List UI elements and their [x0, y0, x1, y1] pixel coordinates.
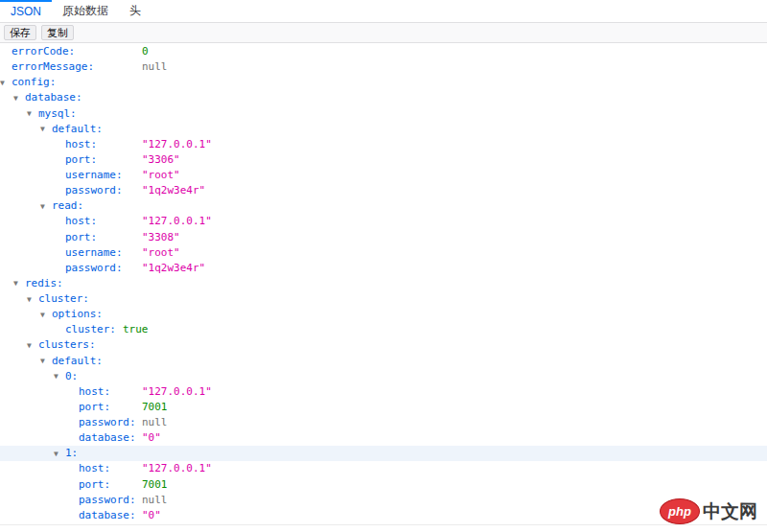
twisty-expanded-icon[interactable]: ▼ [27, 106, 38, 122]
tree-row[interactable]: ▼0: [0, 369, 767, 384]
twisty-expanded-icon[interactable]: ▼ [54, 369, 65, 384]
property-name: cluster: [38, 292, 89, 305]
tree-row[interactable]: host:"127.0.0.1" [0, 384, 767, 400]
tree-row[interactable]: password:"1q2w3e4r" [0, 261, 767, 276]
twisty-expanded-icon[interactable]: ▼ [40, 199, 52, 215]
tree-row[interactable]: port:7001 [0, 477, 767, 493]
tree-row[interactable]: cluster:true [0, 322, 767, 337]
tree-row[interactable]: ▼redis: [0, 276, 767, 291]
property-name: port: [65, 153, 97, 166]
property-value: null [142, 493, 168, 508]
tree-row[interactable]: port:"3306" [0, 152, 767, 168]
tree-row[interactable]: ▼mysql: [0, 106, 767, 122]
toolbar: 保存 复制 [0, 23, 767, 43]
property-name: clusters: [38, 338, 96, 351]
tree-row[interactable]: errorCode:0 [0, 44, 767, 59]
tree-row[interactable]: host:"127.0.0.1" [0, 461, 767, 476]
bottom-divider [0, 524, 767, 525]
property-name: mysql: [38, 107, 77, 120]
property-value: "1q2w3e4r" [142, 183, 205, 198]
property-name: password: [79, 416, 136, 428]
property-name: cluster: [65, 323, 116, 335]
tree-row[interactable]: port:"3308" [0, 230, 767, 245]
twisty-expanded-icon[interactable]: ▼ [27, 338, 38, 354]
property-value: "root" [142, 245, 180, 261]
twisty-expanded-icon[interactable]: ▼ [0, 76, 12, 91]
property-value: "3306" [142, 152, 180, 168]
tree-row[interactable]: password:null [0, 415, 767, 430]
tree-row[interactable]: username:"root" [0, 168, 767, 183]
property-value: "127.0.0.1" [142, 384, 212, 400]
property-name: config: [12, 76, 56, 88]
watermark-logo: php 中文网 [660, 498, 757, 524]
tree-row[interactable]: errorMessage:null [0, 59, 767, 75]
property-name: errorCode: [12, 45, 75, 58]
tab-raw-data[interactable]: 原始数据 [52, 0, 119, 22]
property-name: default: [52, 123, 103, 135]
tab-raw-data-label: 原始数据 [62, 3, 108, 19]
tab-headers-label: 头 [129, 3, 141, 19]
twisty-expanded-icon[interactable]: ▼ [40, 122, 52, 137]
copy-button[interactable]: 复制 [41, 25, 74, 40]
tree-row[interactable]: ▼database: [0, 90, 767, 105]
property-name: database: [25, 91, 82, 104]
property-name: host: [65, 215, 97, 227]
tree-row[interactable]: ▼read: [0, 198, 767, 214]
property-name: database: [79, 509, 136, 521]
property-name: port: [79, 478, 110, 491]
property-value: "127.0.0.1" [142, 214, 212, 229]
tree-row[interactable]: password:null [0, 493, 767, 508]
tree-row[interactable]: ▼default: [0, 354, 767, 369]
property-name: redis: [25, 277, 63, 289]
watermark-site-text: 中文网 [703, 499, 757, 524]
property-value: 0 [142, 44, 149, 59]
tree-row[interactable]: ▼default: [0, 122, 767, 137]
twisty-expanded-icon[interactable]: ▼ [13, 91, 25, 106]
tree-row[interactable]: password:"1q2w3e4r" [0, 183, 767, 198]
property-name: default: [52, 355, 103, 367]
tree-row[interactable]: database:"0" [0, 508, 767, 523]
tree-row[interactable]: username:"root" [0, 245, 767, 261]
twisty-expanded-icon[interactable]: ▼ [40, 354, 52, 369]
property-name: password: [65, 184, 123, 197]
save-button[interactable]: 保存 [4, 25, 36, 40]
property-name: port: [79, 401, 110, 413]
tab-headers[interactable]: 头 [119, 0, 151, 22]
json-viewer-panel: JSON 原始数据 头 保存 复制 errorCode:0errorMessag… [0, 0, 767, 532]
tree-row[interactable]: port:7001 [0, 400, 767, 415]
property-name: 1: [65, 447, 78, 459]
property-name: host: [65, 138, 97, 150]
php-logo-icon: php [660, 498, 700, 524]
twisty-expanded-icon[interactable]: ▼ [54, 447, 65, 462]
property-value: "0" [142, 430, 161, 446]
tree-row[interactable]: ▼options: [0, 307, 767, 322]
property-name: host: [79, 462, 110, 474]
tree-row[interactable]: ▼cluster: [0, 291, 767, 307]
property-name: password: [65, 262, 123, 274]
property-name: username: [65, 169, 123, 181]
property-value: "127.0.0.1" [142, 137, 212, 152]
twisty-expanded-icon[interactable]: ▼ [27, 292, 38, 308]
tab-bar: JSON 原始数据 头 [0, 0, 767, 23]
tab-json-label: JSON [11, 5, 41, 18]
property-value: null [142, 59, 168, 75]
property-name: port: [65, 231, 97, 243]
twisty-expanded-icon[interactable]: ▼ [13, 276, 25, 291]
json-tree: errorCode:0errorMessage:null▼config:▼dat… [0, 43, 767, 523]
tree-row[interactable]: ▼1: [0, 446, 767, 461]
tree-row[interactable]: database:"0" [0, 430, 767, 446]
property-value: "0" [142, 508, 161, 523]
tree-row[interactable]: ▼config: [0, 75, 767, 90]
property-value: null [142, 415, 168, 430]
tree-row[interactable]: host:"127.0.0.1" [0, 137, 767, 152]
property-value: true [123, 322, 149, 337]
tree-row[interactable]: ▼clusters: [0, 337, 767, 353]
property-name: host: [79, 385, 110, 398]
property-name: read: [52, 199, 83, 212]
property-value: 7001 [142, 477, 168, 493]
tab-json[interactable]: JSON [0, 0, 52, 22]
twisty-expanded-icon[interactable]: ▼ [40, 308, 52, 323]
property-value: "127.0.0.1" [142, 461, 212, 476]
tree-row[interactable]: host:"127.0.0.1" [0, 214, 767, 229]
property-value: "1q2w3e4r" [142, 261, 205, 276]
